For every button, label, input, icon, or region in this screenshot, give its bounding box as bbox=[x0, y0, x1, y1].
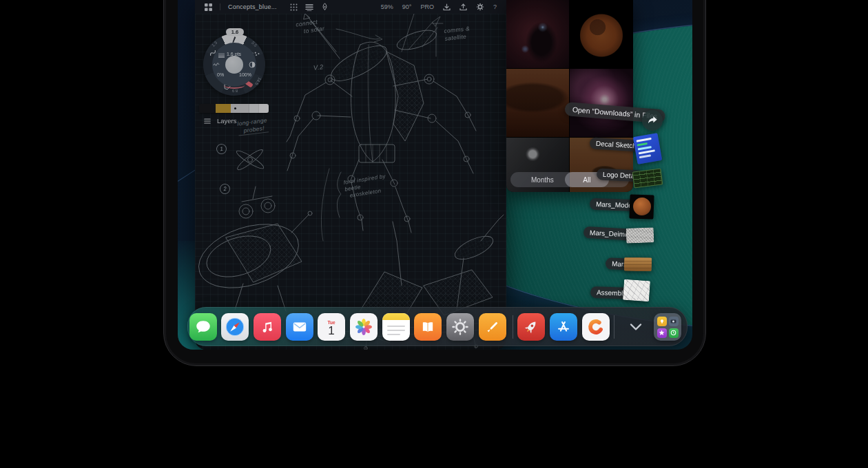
settings-app-icon[interactable] bbox=[446, 313, 474, 341]
swatch-gold[interactable] bbox=[216, 104, 231, 113]
pro-badge[interactable]: PRO bbox=[420, 3, 434, 10]
notes-app-icon[interactable] bbox=[382, 313, 410, 341]
drag-thumb-mars-deimos[interactable] bbox=[626, 227, 654, 243]
dock-divider bbox=[614, 315, 614, 339]
tool-preview-dot[interactable] bbox=[225, 56, 243, 74]
toolbar-divider bbox=[220, 3, 220, 10]
app-library-tile-yellow bbox=[657, 317, 667, 326]
app-library-tile-green bbox=[669, 328, 679, 338]
stage: Concepts_blue... 59% 90° PRO bbox=[0, 0, 868, 468]
share-drop-button[interactable] bbox=[642, 110, 663, 131]
music-app-icon[interactable] bbox=[254, 313, 281, 341]
safari-app-icon[interactable] bbox=[221, 313, 249, 341]
tool-wheel[interactable]: 1.6 pts 0% 100% 1.3 5.5 8.9 14.5 bbox=[203, 34, 265, 96]
messages-app-icon[interactable] bbox=[189, 313, 217, 341]
swatch-white[interactable] bbox=[258, 104, 269, 113]
zoom-level[interactable]: 59% bbox=[381, 3, 393, 10]
layer-list-icon[interactable] bbox=[305, 3, 313, 11]
swatch-selection-dot bbox=[234, 107, 236, 109]
rotation-value[interactable]: 90° bbox=[402, 3, 412, 10]
concepts-app-icon[interactable] bbox=[582, 313, 610, 341]
annotation-comms: comms & satellite bbox=[444, 25, 471, 42]
ring-size-8-9: 8.9 bbox=[232, 89, 238, 93]
swatch-lightgray-selected[interactable] bbox=[231, 104, 248, 113]
smoothing-icon bbox=[213, 61, 220, 68]
drag-thumb-decal-sketches[interactable] bbox=[633, 133, 662, 164]
rocket-app-icon[interactable] bbox=[517, 313, 545, 341]
books-app-icon[interactable] bbox=[414, 313, 442, 341]
swatch-gray[interactable] bbox=[249, 104, 259, 113]
opacity-max-label: 100% bbox=[239, 72, 251, 77]
settings-gear-icon[interactable] bbox=[476, 3, 484, 11]
photos-app-window: Months All bbox=[506, 0, 633, 192]
import-icon[interactable] bbox=[443, 3, 451, 11]
dot-grid-icon[interactable] bbox=[290, 3, 298, 11]
share-arrow-icon bbox=[647, 116, 658, 125]
drag-thumb-assembly[interactable] bbox=[623, 279, 650, 302]
app-library-icon[interactable] bbox=[654, 313, 681, 341]
drag-thumb-logo-detail[interactable] bbox=[632, 169, 663, 189]
dock-collapse-chevron[interactable] bbox=[622, 313, 650, 341]
drawing-canvas[interactable]: connect to solar comms & satellite V.2 l… bbox=[195, 14, 506, 350]
brush-size-pill[interactable]: 1.6 bbox=[226, 28, 244, 36]
pages-app-icon[interactable] bbox=[479, 313, 506, 341]
pen-nib-icon[interactable] bbox=[321, 3, 329, 11]
app-library-tile-slate bbox=[669, 317, 679, 326]
drag-thumb-mars-model[interactable] bbox=[629, 194, 654, 219]
help-button[interactable]: ? bbox=[493, 3, 497, 10]
drag-thumb-mars[interactable] bbox=[624, 257, 652, 272]
tool-wheel-accent-arc bbox=[224, 82, 245, 89]
ipad-screen: Concepts_blue... 59% 90° PRO bbox=[178, 0, 692, 350]
stroke-size-icon bbox=[218, 53, 225, 58]
app-store-app-icon[interactable] bbox=[550, 313, 577, 341]
mail-app-icon[interactable] bbox=[286, 313, 313, 341]
layers-list-icon bbox=[204, 118, 211, 124]
annotation-version: V.2 bbox=[313, 63, 324, 72]
layers-button[interactable]: Layers bbox=[204, 117, 237, 125]
dock-divider bbox=[513, 315, 513, 339]
concepts-toolbar: Concepts_blue... 59% 90° PRO bbox=[195, 0, 506, 14]
layers-label: Layers bbox=[217, 117, 237, 125]
swatch-black[interactable] bbox=[199, 104, 216, 113]
export-share-icon[interactable] bbox=[459, 3, 467, 11]
color-palette-bar[interactable] bbox=[199, 104, 269, 113]
opacity-half-icon bbox=[249, 61, 256, 68]
app-library-tile-purple bbox=[657, 328, 667, 338]
concepts-app-window: Concepts_blue... 59% 90° PRO bbox=[195, 0, 506, 350]
document-title[interactable]: Concepts_blue... bbox=[228, 3, 277, 10]
calendar-day: 1 bbox=[328, 325, 334, 337]
photos-dim-overlay bbox=[506, 0, 633, 192]
opacity-min-label: 0% bbox=[217, 72, 224, 77]
calendar-app-icon[interactable]: Tue 1 bbox=[318, 313, 345, 341]
photos-app-icon[interactable] bbox=[350, 313, 378, 341]
segment-months[interactable]: Months bbox=[522, 172, 562, 187]
apps-grid-icon[interactable] bbox=[205, 3, 212, 11]
